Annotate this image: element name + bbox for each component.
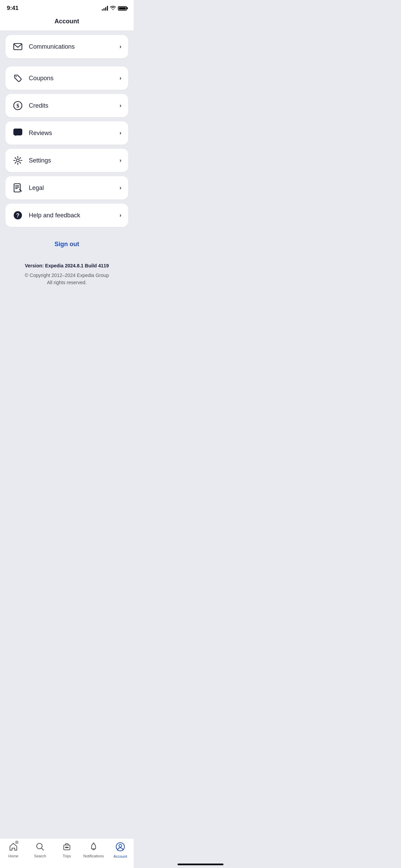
reviews-chevron: › [120,130,121,136]
svg-text:$: $ [16,103,19,109]
version-section: Version: Expedia 2024.8.1 Build 4119 © C… [0,256,134,297]
page-header: Account [0,14,134,31]
credits-chevron: › [120,103,121,109]
menu-item-legal[interactable]: Legal › [5,176,128,200]
question-circle-icon: ? [12,210,23,221]
menu-item-settings[interactable]: Settings › [5,149,128,172]
status-bar: 9:41 [0,0,134,14]
coupons-label: Coupons [29,75,53,82]
legal-chevron: › [120,185,121,191]
sign-out-button[interactable]: Sign out [54,241,79,248]
svg-point-1 [16,76,17,77]
settings-chevron: › [120,157,121,164]
menu-item-credits[interactable]: $ Credits › [5,94,128,117]
battery-icon [118,6,127,11]
wifi-icon [110,5,116,11]
version-text: Version: Expedia 2024.8.1 Build 4119 [7,263,127,268]
signal-icon [102,6,108,11]
document-icon [12,182,23,193]
copyright-text: © Copyright 2012–2024 Expedia GroupAll r… [7,272,127,286]
help-chevron: › [120,212,121,218]
settings-label: Settings [29,157,51,164]
menu-item-communications[interactable]: Communications › [5,35,128,58]
legal-label: Legal [29,184,44,192]
svg-text:?: ? [16,213,20,218]
svg-point-5 [16,159,19,162]
menu-item-help[interactable]: ? Help and feedback › [5,204,128,227]
gear-icon [12,155,23,166]
coupons-chevron: › [120,75,121,81]
svg-rect-0 [14,44,22,50]
tag-icon [12,73,23,84]
status-time: 9:41 [7,5,19,12]
page-title: Account [54,18,79,25]
communications-label: Communications [29,43,75,50]
svg-rect-6 [14,184,20,192]
menu-item-reviews[interactable]: Reviews › [5,121,128,145]
help-label: Help and feedback [29,212,80,219]
sign-out-section: Sign out [0,231,134,256]
reviews-label: Reviews [29,130,52,137]
status-icons [102,5,127,11]
dollar-circle-icon: $ [12,100,23,111]
svg-rect-4 [14,129,22,135]
chat-icon [12,128,23,138]
communications-chevron: › [120,44,121,50]
menu-item-coupons[interactable]: Coupons › [5,67,128,90]
credits-label: Credits [29,102,48,109]
email-icon [12,41,23,52]
menu-list: Coupons › $ Credits › Reviews [0,62,134,231]
